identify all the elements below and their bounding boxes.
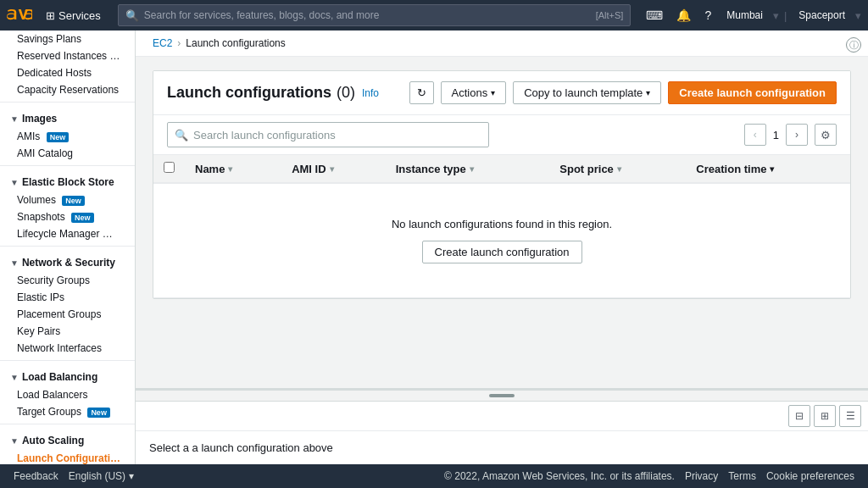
sidebar-item-volumes[interactable]: Volumes New bbox=[0, 191, 135, 208]
sort-icon-instance: ▾ bbox=[470, 164, 474, 174]
col-name[interactable]: Name ▾ bbox=[185, 155, 281, 183]
table-settings-button[interactable]: ⚙ bbox=[815, 124, 837, 146]
sidebar-item-capacity-reservations[interactable]: Capacity Reservations bbox=[0, 81, 135, 98]
main-layout: Savings Plans Reserved Instances New Ded… bbox=[0, 30, 868, 488]
table-wrap: Name ▾ AMI ID ▾ bbox=[153, 155, 850, 298]
resize-handle bbox=[489, 394, 515, 397]
sidebar-item-reserved-instances[interactable]: Reserved Instances New bbox=[0, 47, 135, 64]
breadcrumb-current: Launch configurations bbox=[186, 37, 285, 49]
sidebar-item-ami-catalog[interactable]: AMI Catalog bbox=[0, 145, 135, 162]
sidebar-section-autoscaling[interactable]: ▼Auto Scaling bbox=[0, 428, 135, 450]
copy-to-template-button[interactable]: Copy to launch template ▾ bbox=[513, 81, 661, 104]
sidebar-item-dedicated-hosts[interactable]: Dedicated Hosts bbox=[0, 64, 135, 81]
panel-actions: ↻ Actions ▾ Copy to launch template ▾ Cr… bbox=[409, 81, 837, 104]
launch-configurations-table: Name ▾ AMI ID ▾ bbox=[153, 155, 850, 298]
feedback-link[interactable]: Feedback bbox=[14, 470, 58, 482]
cloudshell-icon[interactable]: ⌨ bbox=[641, 5, 668, 25]
bottom-panel: ⊟ ⊞ ☰ Select a a launch configuration ab… bbox=[136, 388, 868, 464]
view-btn-1[interactable]: ⊟ bbox=[788, 405, 810, 427]
select-all-checkbox[interactable] bbox=[164, 162, 175, 173]
sidebar-section-ebs[interactable]: ▼Elastic Block Store bbox=[0, 169, 135, 191]
sidebar-item-elastic-ips[interactable]: Elastic IPs bbox=[0, 289, 135, 306]
col-instance-type[interactable]: Instance type ▾ bbox=[386, 155, 550, 183]
info-button[interactable]: ⓘ bbox=[846, 37, 861, 53]
global-search-bar[interactable]: 🔍 [Alt+S] bbox=[118, 4, 632, 26]
sidebar-section-images[interactable]: ▼Images bbox=[0, 106, 135, 128]
region-selector[interactable]: Mumbai bbox=[720, 8, 770, 23]
help-icon[interactable]: ? bbox=[699, 5, 716, 25]
sidebar-divider-3 bbox=[0, 246, 135, 247]
empty-create-button[interactable]: Create launch configuration bbox=[422, 241, 582, 263]
sidebar-item-lifecycle-manager[interactable]: Lifecycle Manager New bbox=[0, 225, 135, 242]
search-shortcut: [Alt+S] bbox=[596, 10, 624, 20]
breadcrumb: EC2 › Launch configurations bbox=[136, 30, 868, 57]
empty-state-cell: No launch configurations found in this r… bbox=[153, 183, 850, 298]
previous-page-button[interactable]: ‹ bbox=[744, 124, 766, 146]
aws-logo[interactable] bbox=[7, 8, 32, 23]
sort-icon-ami: ▾ bbox=[330, 164, 334, 174]
sidebar-section-lb[interactable]: ▼Load Balancing bbox=[0, 364, 135, 386]
sort-icon-name: ▾ bbox=[228, 164, 232, 174]
refresh-button[interactable]: ↻ bbox=[409, 81, 434, 104]
breadcrumb-ec2-link[interactable]: EC2 bbox=[153, 37, 172, 49]
table-body: No launch configurations found in this r… bbox=[153, 183, 850, 298]
view-btn-2[interactable]: ⊞ bbox=[814, 405, 836, 427]
lang-chevron: ▾ bbox=[129, 470, 134, 482]
sidebar-item-target-groups[interactable]: Target Groups New bbox=[0, 403, 135, 420]
cookie-link[interactable]: Cookie preferences bbox=[766, 470, 854, 482]
chevron-icon-network: ▼ bbox=[10, 258, 19, 268]
sidebar-divider-1 bbox=[0, 102, 135, 103]
bottom-panel-toolbar: ⊟ ⊞ ☰ bbox=[136, 402, 868, 431]
sidebar-item-amis[interactable]: AMIs New bbox=[0, 128, 135, 145]
empty-state: No launch configurations found in this r… bbox=[164, 191, 840, 291]
pagination-controls: ‹ 1 › ⚙ bbox=[744, 124, 837, 146]
notification-icon[interactable]: 🔔 bbox=[671, 5, 696, 25]
language-selector[interactable]: English (US) ▾ bbox=[69, 470, 134, 482]
resize-handle-bar[interactable] bbox=[136, 391, 868, 402]
search-input[interactable] bbox=[193, 129, 481, 141]
panel-count: (0) bbox=[337, 84, 355, 102]
sidebar-item-snapshots[interactable]: Snapshots New bbox=[0, 208, 135, 225]
sidebar-item-load-balancers[interactable]: Load Balancers bbox=[0, 386, 135, 403]
breadcrumb-separator: › bbox=[177, 37, 181, 49]
services-label: Services bbox=[58, 9, 101, 22]
col-creation-time[interactable]: Creation time ▾ bbox=[686, 155, 850, 183]
panel-info-link[interactable]: Info bbox=[362, 87, 379, 99]
account-menu[interactable]: Spaceport bbox=[792, 8, 852, 23]
global-search-input[interactable] bbox=[144, 9, 593, 21]
privacy-link[interactable]: Privacy bbox=[685, 470, 718, 482]
chevron-icon-ebs: ▼ bbox=[10, 178, 19, 187]
services-button[interactable]: ⊞ Services bbox=[39, 8, 108, 24]
table-header-row: Name ▾ AMI ID ▾ bbox=[153, 155, 850, 183]
col-ami-id[interactable]: AMI ID ▾ bbox=[281, 155, 386, 183]
footer: Feedback English (US) ▾ © 2022, Amazon W… bbox=[0, 464, 868, 488]
launch-configurations-panel: Launch configurations (0) Info ↻ Actions… bbox=[153, 70, 851, 299]
sidebar-item-network-interfaces[interactable]: Network Interfaces bbox=[0, 340, 135, 357]
search-input-wrap[interactable]: 🔍 bbox=[167, 122, 489, 147]
footer-right: © 2022, Amazon Web Services, Inc. or its… bbox=[444, 470, 854, 482]
sidebar-divider-2 bbox=[0, 165, 135, 166]
actions-button[interactable]: Actions ▾ bbox=[441, 81, 507, 104]
terms-link[interactable]: Terms bbox=[728, 470, 756, 482]
sort-icon-spot: ▾ bbox=[617, 164, 621, 174]
search-icon: 🔍 bbox=[125, 9, 139, 22]
main-content: EC2 › Launch configurations Launch confi… bbox=[136, 30, 868, 488]
panel-header: Launch configurations (0) Info ↻ Actions… bbox=[153, 71, 850, 115]
next-page-button[interactable]: › bbox=[786, 124, 808, 146]
sidebar: Savings Plans Reserved Instances New Ded… bbox=[0, 30, 136, 488]
sidebar-section-network[interactable]: ▼Network & Security bbox=[0, 250, 135, 272]
create-launch-configuration-button[interactable]: Create launch configuration bbox=[668, 81, 837, 104]
sidebar-item-placement-groups[interactable]: Placement Groups bbox=[0, 306, 135, 323]
copyright-text: © 2022, Amazon Web Services, Inc. or its… bbox=[444, 470, 675, 482]
select-all-cell[interactable] bbox=[153, 155, 185, 183]
search-icon: 🔍 bbox=[175, 129, 188, 141]
sidebar-item-key-pairs[interactable]: Key Pairs bbox=[0, 323, 135, 340]
chevron-icon-lb: ▼ bbox=[10, 373, 19, 382]
actions-label: Actions bbox=[452, 86, 488, 99]
view-btn-3[interactable]: ☰ bbox=[839, 405, 861, 427]
sidebar-item-savings-plans[interactable]: Savings Plans bbox=[0, 30, 135, 47]
empty-message: No launch configurations found in this r… bbox=[177, 218, 826, 230]
sidebar-item-security-groups[interactable]: Security Groups bbox=[0, 272, 135, 289]
sidebar-divider-4 bbox=[0, 360, 135, 361]
col-spot-price[interactable]: Spot price ▾ bbox=[549, 155, 686, 183]
